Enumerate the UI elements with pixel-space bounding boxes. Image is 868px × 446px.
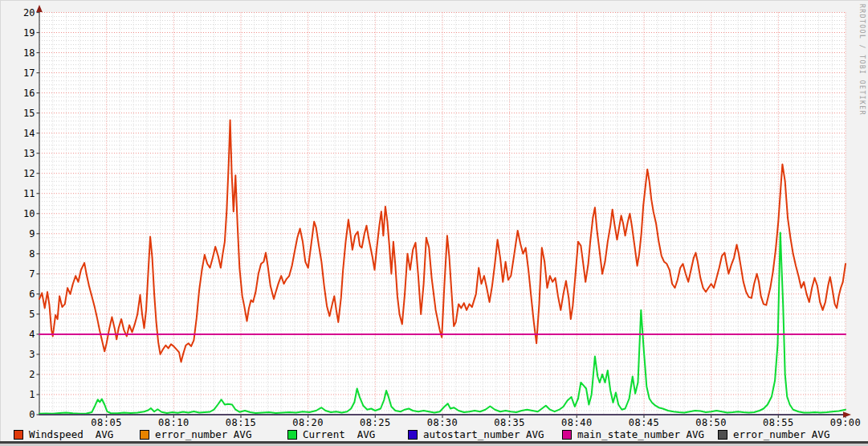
x-tick-label: 08:20 (292, 417, 324, 428)
legend-label-error_number: error_number AVG (155, 428, 251, 440)
x-tick-label: 08:30 (427, 417, 458, 428)
legend-swatch-error_number (140, 430, 149, 440)
y-tick-label: 10 (23, 208, 35, 219)
y-tick-label: 2 (29, 369, 35, 380)
y-tick-label: 4 (29, 329, 35, 340)
legend-swatch-windspeed (14, 430, 23, 440)
y-tick-label: 11 (23, 188, 35, 199)
x-axis-labels: 08:0508:1008:1508:2008:2508:3008:3508:40… (91, 417, 861, 428)
x-tick-label: 09:00 (830, 417, 862, 428)
x-tick-label: 08:05 (91, 417, 122, 428)
y-tick-label: 17 (23, 68, 35, 79)
legend-item-autostart_number: autostart_number AVG (408, 428, 544, 440)
rrdtool-watermark: RRDTOOL / TOBI OETIKER (858, 4, 866, 116)
y-tick-label: 9 (29, 228, 35, 239)
y-tick-label: 18 (23, 47, 35, 59)
legend-label-windspeed: Windspeed AVG (29, 428, 113, 440)
chart-canvas: 0123456789101112131415161718192008:0508:… (0, 0, 868, 446)
x-tick-label: 08:55 (763, 417, 794, 428)
y-tick-label: 5 (29, 309, 35, 320)
y-tick-label: 3 (29, 349, 35, 360)
legend-swatch-autostart_number (408, 430, 418, 440)
x-tick-label: 08:45 (629, 417, 660, 428)
y-tick-label: 6 (29, 288, 35, 300)
y-axis-arrow-icon (36, 5, 43, 12)
x-tick-label: 08:25 (360, 417, 391, 428)
y-tick-label: 1 (29, 389, 35, 400)
x-tick-label: 08:40 (561, 417, 593, 428)
y-tick-label: 13 (23, 148, 35, 159)
legend-swatch-current (287, 430, 297, 440)
y-tick-label: 16 (23, 88, 35, 99)
y-tick-label: 15 (23, 108, 35, 119)
y-tick-label: 20 (23, 7, 35, 18)
y-tick-label: 0 (29, 409, 35, 420)
legend-item-error_number: error_number AVG (140, 428, 251, 440)
rrdtool-graph: 0123456789101112131415161718192008:0508:… (0, 0, 868, 446)
legend-item-main_state_number: main_state_number AVG (562, 428, 704, 440)
legend-label-current: Current AVG (303, 428, 375, 440)
y-tick-label: 19 (23, 27, 35, 39)
legend-item-current: Current AVG (287, 428, 375, 440)
legend-swatch-main_state_number (562, 430, 572, 440)
legend-label-main_state_number: main_state_number AVG (577, 428, 704, 440)
x-tick-label: 08:15 (226, 417, 257, 428)
legend-item-error_number_2: error_number AVG (718, 428, 829, 440)
y-tick-label: 14 (23, 128, 35, 139)
legend: Windspeed AVGerror_number AVGCurrent AVG… (0, 428, 868, 441)
x-tick-label: 08:50 (695, 417, 727, 428)
y-axis-labels: 01234567891011121314151617181920 (23, 7, 35, 421)
legend-item-windspeed: Windspeed AVG (14, 428, 113, 440)
y-tick-label: 8 (29, 248, 35, 260)
x-tick-label: 08:10 (158, 417, 189, 428)
y-tick-label: 12 (23, 168, 35, 179)
legend-label-error_number_2: error_number AVG (733, 428, 829, 440)
legend-swatch-error_number_2 (718, 430, 727, 440)
y-tick-label: 7 (29, 268, 35, 280)
legend-label-autostart_number: autostart_number AVG (423, 428, 544, 440)
x-tick-label: 08:35 (494, 417, 525, 428)
